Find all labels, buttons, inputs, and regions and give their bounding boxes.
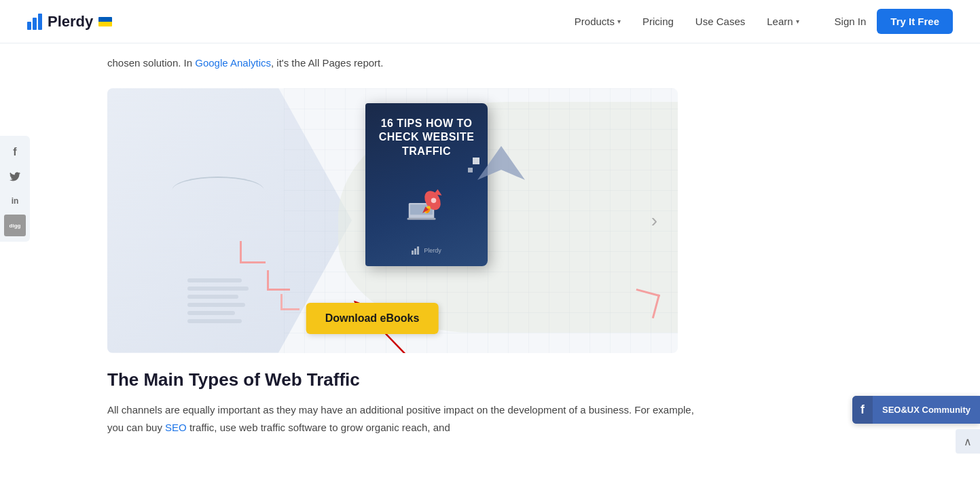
navbar: Plerdy Products ▾ Pricing Use Cases Lear…	[0, 0, 980, 43]
section-para1-after: traffic, use web traffic software to gro…	[187, 422, 450, 433]
fb-community-label: SEO&UX Community	[873, 398, 980, 422]
svg-rect-12	[417, 246, 419, 255]
section-title: The Main Types of Web Traffic	[107, 369, 705, 390]
bar-2	[33, 18, 37, 30]
bar-3	[38, 14, 42, 30]
line-6	[187, 319, 242, 323]
banner: 16 TIPS HOW TOCHECK WEBSITETRAFFIC	[107, 88, 678, 353]
twitter-icon[interactable]	[4, 166, 26, 187]
svg-marker-13	[477, 146, 525, 180]
logo-icon	[27, 14, 42, 30]
linkedin-icon[interactable]: in	[4, 190, 26, 212]
carousel-next-icon[interactable]: ›	[651, 210, 657, 232]
line-4	[187, 303, 245, 307]
fb-community-widget[interactable]: f SEO&UX Community	[852, 396, 980, 424]
book-brand: Plerdy	[376, 246, 477, 255]
products-chevron-icon: ▾	[617, 18, 621, 25]
nav-item-pricing[interactable]: Pricing	[634, 10, 682, 33]
intro-text-after: , it's the All Pages report.	[271, 57, 383, 69]
line-5	[187, 311, 235, 315]
nav-links: Products ▾ Pricing Use Cases Learn ▾	[566, 10, 807, 33]
social-sidebar: f in digg	[0, 136, 30, 242]
map-pointer-svg	[474, 143, 528, 183]
svg-rect-3	[407, 217, 436, 219]
nav-right: Sign In Try It Free	[835, 9, 953, 34]
line-3	[187, 295, 238, 299]
nav-link-use-cases[interactable]: Use Cases	[687, 10, 753, 33]
book-cover: 16 TIPS HOW TOCHECK WEBSITETRAFFIC	[365, 103, 488, 266]
bar-1	[27, 22, 31, 30]
sign-in-link[interactable]: Sign In	[835, 16, 867, 27]
book-title: 16 TIPS HOW TOCHECK WEBSITETRAFFIC	[376, 117, 477, 159]
flag-blue	[98, 17, 112, 22]
nav-item-learn[interactable]: Learn ▾	[759, 10, 807, 33]
triangle-1	[240, 241, 266, 263]
logo[interactable]: Plerdy	[27, 13, 112, 31]
nav-item-products[interactable]: Products ▾	[566, 10, 629, 33]
deco-sq-2	[468, 168, 473, 172]
svg-rect-10	[412, 251, 414, 255]
web-traffic-section: The Main Types of Web Traffic All channe…	[107, 369, 705, 454]
svg-marker-5	[434, 189, 442, 195]
wave-line	[173, 177, 264, 204]
download-btn-wrapper: Download eBooks	[306, 303, 439, 334]
digg-icon[interactable]: digg	[4, 215, 26, 236]
seo-link[interactable]: SEO	[165, 422, 187, 433]
nav-item-use-cases[interactable]: Use Cases	[687, 10, 753, 33]
svg-point-6	[431, 198, 437, 203]
intro-text-before: chosen solution. In	[107, 57, 195, 69]
nav-link-learn[interactable]: Learn ▾	[759, 10, 807, 33]
book-rocket	[376, 183, 477, 223]
svg-rect-11	[414, 249, 416, 255]
download-ebooks-button[interactable]: Download eBooks	[306, 303, 439, 334]
fb-icon: f	[852, 396, 873, 424]
learn-chevron-icon: ▾	[796, 18, 799, 25]
main-content: chosen solution. In Google Analytics, it…	[80, 43, 732, 453]
logo-text: Plerdy	[48, 13, 93, 31]
nav-link-pricing[interactable]: Pricing	[634, 10, 682, 33]
flag-yellow	[98, 22, 112, 26]
section-body: All channels are equally important as th…	[107, 401, 705, 437]
google-analytics-link[interactable]: Google Analytics	[195, 57, 271, 69]
ukraine-flag	[98, 17, 112, 26]
try-free-button[interactable]: Try It Free	[877, 9, 953, 34]
nav-link-products[interactable]: Products ▾	[566, 10, 629, 33]
line-2	[187, 287, 249, 291]
line-1	[187, 278, 242, 282]
intro-paragraph: chosen solution. In Google Analytics, it…	[107, 43, 705, 83]
scroll-to-top-button[interactable]: ∧	[956, 429, 980, 453]
facebook-icon[interactable]: f	[4, 141, 26, 163]
lines-group	[187, 278, 249, 323]
